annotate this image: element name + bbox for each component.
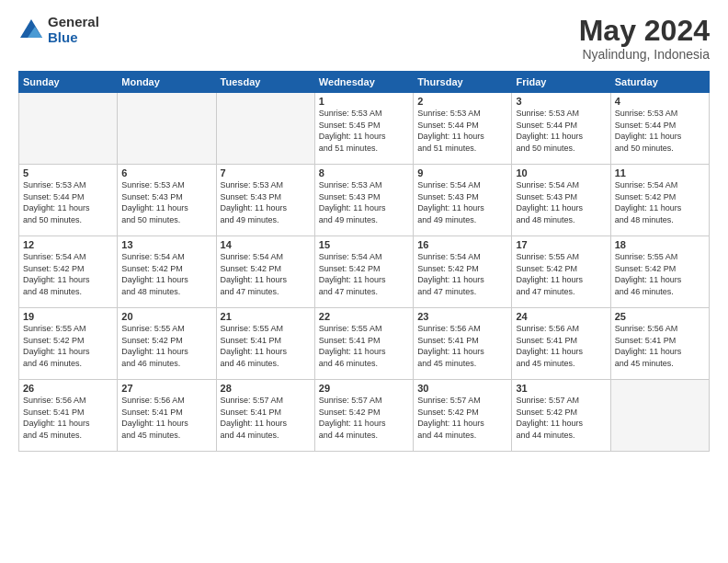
day-number: 29 <box>319 383 409 394</box>
calendar-cell <box>118 93 216 165</box>
calendar-cell: 1Sunrise: 5:53 AM Sunset: 5:45 PM Daylig… <box>314 93 413 165</box>
day-number: 13 <box>121 239 211 250</box>
day-number: 27 <box>121 383 211 394</box>
calendar-cell: 5Sunrise: 5:53 AM Sunset: 5:44 PM Daylig… <box>19 165 118 236</box>
calendar-cell: 29Sunrise: 5:57 AM Sunset: 5:42 PM Dayli… <box>314 380 413 452</box>
month-title: May 2024 <box>579 15 710 47</box>
day-number: 25 <box>615 311 705 322</box>
calendar-cell: 30Sunrise: 5:57 AM Sunset: 5:42 PM Dayli… <box>414 380 512 452</box>
page: General Blue May 2024 Nyalindung, Indone… <box>0 0 728 563</box>
calendar-cell: 15Sunrise: 5:54 AM Sunset: 5:42 PM Dayli… <box>314 236 413 308</box>
day-info: Sunrise: 5:57 AM Sunset: 5:42 PM Dayligh… <box>417 395 507 441</box>
calendar-cell <box>216 93 314 165</box>
calendar-cell: 27Sunrise: 5:56 AM Sunset: 5:41 PM Dayli… <box>118 380 216 452</box>
logo-general: General <box>48 15 99 30</box>
day-info: Sunrise: 5:54 AM Sunset: 5:43 PM Dayligh… <box>516 179 606 225</box>
calendar-cell: 8Sunrise: 5:53 AM Sunset: 5:43 PM Daylig… <box>314 165 413 236</box>
day-number: 11 <box>615 167 705 178</box>
calendar-cell: 2Sunrise: 5:53 AM Sunset: 5:44 PM Daylig… <box>414 93 512 165</box>
day-number: 15 <box>319 239 409 250</box>
day-number: 22 <box>319 311 409 322</box>
day-info: Sunrise: 5:55 AM Sunset: 5:42 PM Dayligh… <box>121 323 211 369</box>
day-number: 26 <box>23 383 113 394</box>
day-info: Sunrise: 5:54 AM Sunset: 5:42 PM Dayligh… <box>417 251 507 297</box>
day-info: Sunrise: 5:57 AM Sunset: 5:42 PM Dayligh… <box>516 395 606 441</box>
calendar-cell: 26Sunrise: 5:56 AM Sunset: 5:41 PM Dayli… <box>19 380 118 452</box>
day-info: Sunrise: 5:57 AM Sunset: 5:42 PM Dayligh… <box>319 395 409 441</box>
day-info: Sunrise: 5:53 AM Sunset: 5:44 PM Dayligh… <box>417 108 507 154</box>
calendar-cell: 25Sunrise: 5:56 AM Sunset: 5:41 PM Dayli… <box>610 308 709 380</box>
day-number: 28 <box>221 383 311 394</box>
calendar-cell: 6Sunrise: 5:53 AM Sunset: 5:43 PM Daylig… <box>118 165 216 236</box>
day-number: 24 <box>516 311 606 322</box>
day-number: 10 <box>516 167 606 178</box>
header-monday: Monday <box>118 72 216 93</box>
day-info: Sunrise: 5:53 AM Sunset: 5:43 PM Dayligh… <box>319 179 409 225</box>
day-number: 2 <box>417 96 507 107</box>
header-sunday: Sunday <box>19 72 118 93</box>
header-friday: Friday <box>512 72 610 93</box>
day-info: Sunrise: 5:55 AM Sunset: 5:42 PM Dayligh… <box>23 323 113 369</box>
calendar-cell: 14Sunrise: 5:54 AM Sunset: 5:42 PM Dayli… <box>216 236 314 308</box>
day-info: Sunrise: 5:56 AM Sunset: 5:41 PM Dayligh… <box>121 395 211 441</box>
day-info: Sunrise: 5:56 AM Sunset: 5:41 PM Dayligh… <box>417 323 507 369</box>
calendar-cell: 21Sunrise: 5:55 AM Sunset: 5:41 PM Dayli… <box>216 308 314 380</box>
day-number: 18 <box>615 239 705 250</box>
calendar-cell: 3Sunrise: 5:53 AM Sunset: 5:44 PM Daylig… <box>512 93 610 165</box>
logo-text: General Blue <box>48 15 99 45</box>
calendar-cell: 4Sunrise: 5:53 AM Sunset: 5:44 PM Daylig… <box>610 93 709 165</box>
day-info: Sunrise: 5:53 AM Sunset: 5:43 PM Dayligh… <box>121 179 211 225</box>
day-number: 8 <box>319 167 409 178</box>
calendar-cell <box>610 380 709 452</box>
calendar-table: Sunday Monday Tuesday Wednesday Thursday… <box>18 71 710 452</box>
day-info: Sunrise: 5:54 AM Sunset: 5:42 PM Dayligh… <box>23 251 113 297</box>
day-number: 19 <box>23 311 113 322</box>
day-number: 12 <box>23 239 113 250</box>
title-block: May 2024 Nyalindung, Indonesia <box>579 15 710 62</box>
day-info: Sunrise: 5:53 AM Sunset: 5:43 PM Dayligh… <box>221 179 311 225</box>
day-number: 31 <box>516 383 606 394</box>
day-info: Sunrise: 5:56 AM Sunset: 5:41 PM Dayligh… <box>516 323 606 369</box>
calendar-cell: 9Sunrise: 5:54 AM Sunset: 5:43 PM Daylig… <box>414 165 512 236</box>
calendar-cell: 28Sunrise: 5:57 AM Sunset: 5:41 PM Dayli… <box>216 380 314 452</box>
calendar-cell: 11Sunrise: 5:54 AM Sunset: 5:42 PM Dayli… <box>610 165 709 236</box>
header-saturday: Saturday <box>610 72 709 93</box>
calendar-week-4: 26Sunrise: 5:56 AM Sunset: 5:41 PM Dayli… <box>19 380 710 452</box>
calendar-cell <box>19 93 118 165</box>
calendar-cell: 23Sunrise: 5:56 AM Sunset: 5:41 PM Dayli… <box>414 308 512 380</box>
day-info: Sunrise: 5:57 AM Sunset: 5:41 PM Dayligh… <box>221 395 311 441</box>
calendar-cell: 7Sunrise: 5:53 AM Sunset: 5:43 PM Daylig… <box>216 165 314 236</box>
header: General Blue May 2024 Nyalindung, Indone… <box>18 15 710 62</box>
day-number: 4 <box>615 96 705 107</box>
calendar-header-row: Sunday Monday Tuesday Wednesday Thursday… <box>19 72 710 93</box>
day-number: 14 <box>221 239 311 250</box>
day-info: Sunrise: 5:55 AM Sunset: 5:41 PM Dayligh… <box>319 323 409 369</box>
logo: General Blue <box>18 15 99 45</box>
day-info: Sunrise: 5:54 AM Sunset: 5:42 PM Dayligh… <box>615 179 705 225</box>
day-info: Sunrise: 5:54 AM Sunset: 5:42 PM Dayligh… <box>221 251 311 297</box>
header-thursday: Thursday <box>414 72 512 93</box>
header-wednesday: Wednesday <box>314 72 413 93</box>
day-number: 23 <box>417 311 507 322</box>
calendar-week-0: 1Sunrise: 5:53 AM Sunset: 5:45 PM Daylig… <box>19 93 710 165</box>
day-info: Sunrise: 5:56 AM Sunset: 5:41 PM Dayligh… <box>23 395 113 441</box>
day-info: Sunrise: 5:55 AM Sunset: 5:41 PM Dayligh… <box>221 323 311 369</box>
location-subtitle: Nyalindung, Indonesia <box>579 47 710 62</box>
day-number: 5 <box>23 167 113 178</box>
day-info: Sunrise: 5:55 AM Sunset: 5:42 PM Dayligh… <box>615 251 705 297</box>
calendar-week-3: 19Sunrise: 5:55 AM Sunset: 5:42 PM Dayli… <box>19 308 710 380</box>
calendar-cell: 18Sunrise: 5:55 AM Sunset: 5:42 PM Dayli… <box>610 236 709 308</box>
day-info: Sunrise: 5:53 AM Sunset: 5:44 PM Dayligh… <box>615 108 705 154</box>
day-info: Sunrise: 5:53 AM Sunset: 5:44 PM Dayligh… <box>516 108 606 154</box>
calendar-cell: 12Sunrise: 5:54 AM Sunset: 5:42 PM Dayli… <box>19 236 118 308</box>
calendar-cell: 19Sunrise: 5:55 AM Sunset: 5:42 PM Dayli… <box>19 308 118 380</box>
day-info: Sunrise: 5:56 AM Sunset: 5:41 PM Dayligh… <box>615 323 705 369</box>
day-number: 6 <box>121 167 211 178</box>
calendar-cell: 24Sunrise: 5:56 AM Sunset: 5:41 PM Dayli… <box>512 308 610 380</box>
logo-blue: Blue <box>48 30 99 46</box>
day-number: 1 <box>319 96 409 107</box>
calendar-cell: 22Sunrise: 5:55 AM Sunset: 5:41 PM Dayli… <box>314 308 413 380</box>
day-number: 9 <box>417 167 507 178</box>
calendar-week-2: 12Sunrise: 5:54 AM Sunset: 5:42 PM Dayli… <box>19 236 710 308</box>
day-number: 30 <box>417 383 507 394</box>
